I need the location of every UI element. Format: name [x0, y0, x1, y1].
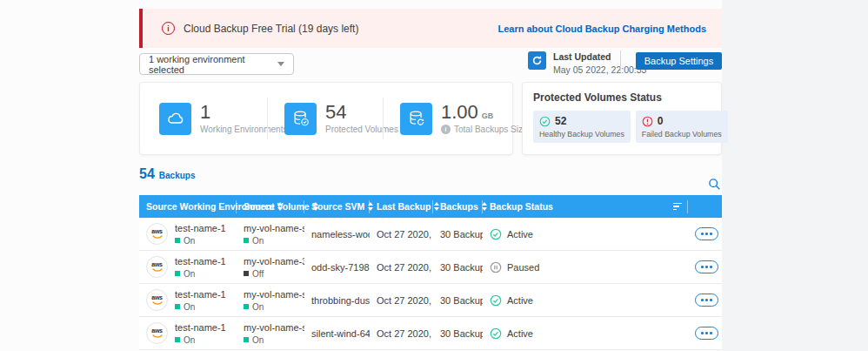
- last-backup-time: Oct 27 2020, 1:26:27 pm: [370, 295, 433, 306]
- trial-banner: i Cloud Backup Free Trial (19 days left)…: [139, 9, 722, 48]
- state-on-dot: [175, 271, 180, 276]
- aws-logo-icon: aws: [146, 256, 168, 278]
- backups-count-label: Backups: [159, 171, 196, 180]
- chevron-down-icon: [277, 62, 284, 66]
- failed-backup-volumes-box: 0 Failed Backup Volumes: [636, 111, 728, 143]
- charging-methods-link[interactable]: Learn about Cloud Backup Charging Method…: [497, 24, 706, 34]
- column-source-svm[interactable]: Source SVM: [304, 200, 370, 213]
- state-on-dot: [244, 238, 249, 243]
- working-environments-count: 1: [200, 103, 210, 122]
- backups-count: 54: [139, 166, 155, 182]
- svm-name: throbbing-dust-0644: [304, 295, 370, 306]
- protected-volumes-status-title: Protected Volumes Status: [533, 91, 711, 104]
- stats-card: 1 Working Environments 54 Protected Volu…: [139, 82, 513, 155]
- total-backups-size-label: Total Backups Size: [454, 125, 528, 134]
- column-backup-status[interactable]: Backup Status: [483, 200, 688, 213]
- column-source-volume[interactable]: Source Volume: [237, 200, 304, 213]
- state-on-dot: [244, 337, 249, 342]
- volume-name: my-vol-name-3: [244, 256, 299, 267]
- working-environment-name: test-name-1: [175, 223, 226, 234]
- working-environment-state: On: [184, 335, 195, 345]
- volume-state: On: [252, 302, 264, 312]
- working-environment-name: test-name-1: [175, 322, 226, 334]
- stat-protected-volumes: 54 Protected Volumes: [268, 83, 383, 154]
- cloud-icon: [159, 103, 191, 135]
- last-backup-time: Oct 27 2020, 7:51:35 pm: [370, 262, 433, 273]
- backup-status-text: Active: [507, 328, 533, 339]
- refresh-button[interactable]: [528, 51, 546, 70]
- volume-state: Off: [252, 269, 264, 279]
- volume-state: On: [252, 236, 264, 246]
- backups-table-header: Source Working Environment Source Volume…: [139, 195, 722, 218]
- state-off-dot: [244, 271, 249, 276]
- search-button[interactable]: [706, 176, 722, 192]
- failed-backup-volumes-count: 0: [658, 115, 664, 127]
- column-actions: [688, 200, 722, 213]
- working-environment-name: test-name-1: [175, 289, 226, 300]
- protected-volume-icon: [284, 103, 317, 135]
- row-actions-menu-button[interactable]: [695, 227, 718, 240]
- failed-backup-volumes-label: Failed Backup Volumes: [642, 130, 722, 138]
- total-backups-size-unit: GB: [482, 111, 494, 120]
- protected-volumes-status-card: Protected Volumes Status 52 Healthy Back…: [522, 82, 722, 155]
- table-row: aws test-name-1 On my-vol-name-success-2…: [139, 218, 722, 251]
- column-backups[interactable]: Backups: [433, 200, 483, 213]
- volume-name: my-vol-name-success-26: [244, 223, 299, 234]
- svm-name: silent-wind-6466: [304, 328, 370, 339]
- working-environment-select[interactable]: 1 working environment selected: [139, 53, 294, 75]
- working-environment-state: On: [184, 269, 195, 279]
- table-row: aws test-name-1 On my-vol-name-success-8…: [139, 284, 722, 317]
- last-updated-label: Last Updated: [553, 51, 646, 62]
- trial-banner-message-group: i Cloud Backup Free Trial (19 days left): [162, 22, 358, 35]
- backups-section-heading: 54 Backups: [139, 166, 195, 182]
- row-actions-menu-button[interactable]: [695, 260, 718, 273]
- search-icon: [708, 178, 721, 191]
- backups-table: Source Working Environment Source Volume…: [139, 195, 722, 350]
- state-on-dot: [175, 304, 180, 309]
- state-on-dot: [175, 337, 180, 342]
- backup-size-icon: [400, 103, 432, 135]
- last-updated: Last Updated May 05 2022, 22:00:33: [553, 51, 646, 75]
- toolbar-divider: [620, 51, 621, 71]
- healthy-check-icon: [539, 116, 551, 127]
- backups-count-cell: 30 Backups: [433, 229, 483, 240]
- healthy-backup-volumes-count: 52: [555, 115, 566, 127]
- status-active-icon: [490, 228, 502, 240]
- stat-working-environments: 1 Working Environments: [140, 83, 267, 154]
- last-backup-time: Oct 27 2020, 8:22:55 pm: [370, 229, 433, 240]
- table-row: aws test-name-1 On my-vol-name-success-3…: [139, 317, 722, 350]
- working-environment-select-value: 1 working environment selected: [149, 54, 277, 75]
- healthy-backup-volumes-label: Healthy Backup Volumes: [539, 130, 624, 138]
- svm-name: odd-sky-7198: [304, 262, 370, 273]
- backup-status-text: Paused: [507, 262, 539, 273]
- aws-logo-icon: aws: [146, 322, 168, 344]
- row-actions-menu-button[interactable]: [695, 294, 718, 307]
- backups-count-cell: 30 Backups: [433, 262, 483, 273]
- filter-icon[interactable]: [673, 203, 682, 211]
- last-backup-time: Oct 27 2020, 12:39:35 pm: [370, 328, 433, 339]
- working-environment-state: On: [184, 236, 195, 246]
- volume-name: my-vol-name-success-8: [244, 289, 299, 300]
- last-updated-value: May 05 2022, 22:00:33: [553, 64, 646, 75]
- volume-state: On: [252, 335, 264, 345]
- page-background-canvas: [722, 0, 868, 351]
- backups-count-cell: 30 Backups: [433, 295, 483, 306]
- backup-settings-button[interactable]: Backup Settings: [636, 52, 722, 70]
- backups-count-cell: 30 Backups: [433, 328, 483, 339]
- table-row: aws test-name-1 On my-vol-name-3 Off odd…: [139, 251, 722, 284]
- protected-volumes-count: 54: [325, 103, 346, 122]
- column-last-backup[interactable]: Last Backup: [370, 200, 433, 213]
- info-icon: i: [162, 22, 175, 35]
- aws-logo-icon: aws: [146, 289, 168, 311]
- trial-banner-text: Cloud Backup Free Trial (19 days left): [184, 23, 358, 35]
- aws-logo-icon: aws: [146, 223, 168, 245]
- status-paused-icon: [490, 261, 502, 273]
- info-icon[interactable]: i: [441, 125, 451, 134]
- working-environment-name: test-name-1: [175, 256, 226, 267]
- svm-name: nameless-wood-4271: [304, 229, 370, 240]
- column-source-working-environment[interactable]: Source Working Environment: [139, 200, 237, 213]
- failed-alert-icon: [642, 116, 653, 127]
- state-on-dot: [175, 238, 180, 243]
- row-actions-menu-button[interactable]: [695, 327, 718, 340]
- total-backups-size-value: 1.00: [441, 103, 478, 122]
